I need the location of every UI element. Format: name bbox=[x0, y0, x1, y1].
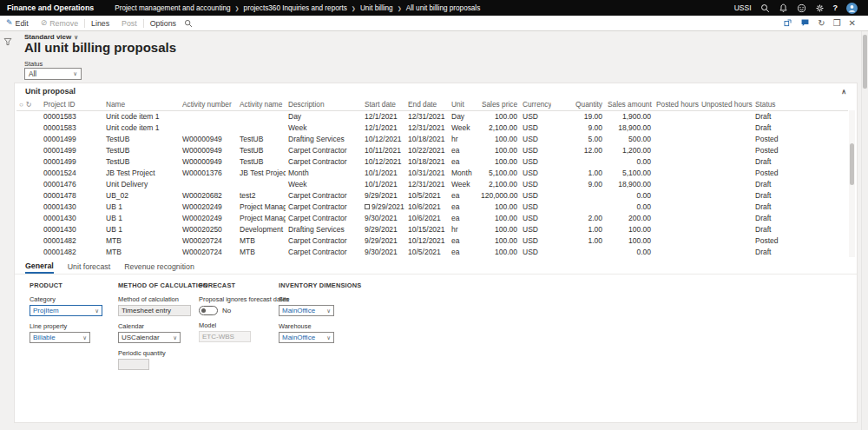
settings-gear-icon[interactable] bbox=[815, 3, 825, 13]
edit-button[interactable]: ✎ Edit bbox=[0, 16, 35, 30]
table-row[interactable]: 00001476Unit DeliveryWeek10/1/202112/31/… bbox=[16, 178, 848, 189]
column-header[interactable]: Sales amount bbox=[605, 99, 654, 110]
column-header[interactable]: Description bbox=[286, 99, 362, 110]
periodic-quantity-field[interactable] bbox=[118, 359, 149, 370]
close-icon[interactable]: ✕ bbox=[849, 19, 856, 28]
row-select[interactable] bbox=[16, 144, 41, 155]
table-row[interactable]: 00001499TestUBW00000949TestUBCarpet Cont… bbox=[16, 144, 848, 155]
refresh-grid-icon[interactable]: ↻ bbox=[26, 101, 32, 109]
table-row[interactable]: 00001583Unit code item 1Day12/1/202112/3… bbox=[16, 110, 848, 122]
remove-button[interactable]: ⊘ Remove bbox=[35, 16, 84, 30]
share-icon[interactable] bbox=[783, 18, 792, 28]
row-select[interactable] bbox=[16, 167, 41, 178]
row-select[interactable] bbox=[16, 212, 41, 223]
column-header[interactable]: Start date bbox=[362, 99, 405, 110]
app-title[interactable]: Finance and Operations bbox=[0, 3, 102, 12]
warehouse-dropdown[interactable]: MainOffice ∨ bbox=[279, 332, 334, 343]
actionbar-search-icon[interactable] bbox=[184, 19, 193, 28]
line-property-dropdown[interactable]: Billable ∨ bbox=[30, 332, 90, 343]
row-select[interactable] bbox=[16, 246, 41, 257]
filter-funnel-icon[interactable] bbox=[3, 34, 12, 50]
site-dropdown[interactable]: MainOffice ∨ bbox=[279, 305, 334, 316]
column-header[interactable]: Status bbox=[753, 99, 848, 110]
row-select[interactable] bbox=[16, 122, 41, 133]
breadcrumb-item[interactable]: Unit billing bbox=[360, 4, 393, 12]
options-button[interactable]: Options bbox=[144, 16, 182, 30]
column-header[interactable]: Unit bbox=[449, 99, 478, 110]
page-scrollbar[interactable] bbox=[861, 31, 868, 430]
column-header[interactable]: Project ID bbox=[41, 99, 103, 110]
grid-scrollbar[interactable] bbox=[849, 110, 855, 257]
row-select[interactable] bbox=[16, 189, 41, 201]
proposal-ignores-forecast-dates-toggle[interactable] bbox=[199, 306, 218, 315]
help-icon[interactable]: ? bbox=[833, 3, 838, 12]
lines-button[interactable]: Lines bbox=[85, 16, 115, 30]
table-row[interactable]: 00001482MTBW00020724MTBCarpet Contractor… bbox=[16, 246, 848, 257]
column-header[interactable]: End date bbox=[405, 99, 449, 110]
message-icon[interactable] bbox=[800, 18, 810, 28]
cell-unposted-hours bbox=[699, 155, 753, 167]
post-button[interactable]: Post bbox=[115, 16, 143, 30]
cell-activity-name: TestUB bbox=[237, 133, 286, 144]
column-header[interactable]: Name bbox=[103, 99, 180, 110]
table-row[interactable]: 00001430UB 1W00020249Project Manage...Ca… bbox=[16, 201, 848, 212]
cell-start-date: 10/12/2021 bbox=[362, 155, 405, 167]
tab-revenue-recognition[interactable]: Revenue recognition bbox=[124, 260, 194, 274]
cell-posted-hours bbox=[654, 110, 699, 122]
cell-sales-price: 120,000.00 bbox=[478, 189, 520, 201]
column-header[interactable]: Quantity bbox=[551, 99, 605, 110]
cell-sales-price: 2,100.00 bbox=[478, 122, 520, 133]
table-row[interactable]: 00001499TestUBW00000949TestUBCarpet Cont… bbox=[16, 155, 848, 167]
calendar-dropdown[interactable]: USCalendar ∨ bbox=[118, 332, 181, 343]
cell-sales-amount: 200.00 bbox=[605, 212, 654, 223]
cell-posted-hours bbox=[654, 167, 699, 178]
feedback-smiley-icon[interactable] bbox=[797, 3, 806, 13]
row-select[interactable] bbox=[16, 178, 41, 189]
row-select[interactable] bbox=[16, 201, 41, 212]
breadcrumb-item[interactable]: projects360 Inquiries and reports bbox=[244, 4, 347, 12]
avatar[interactable] bbox=[846, 3, 858, 14]
method-of-calculation-field[interactable]: Timesheet entry bbox=[118, 305, 191, 316]
column-header[interactable]: Unposted hours bbox=[699, 99, 753, 110]
column-header[interactable]: Sales price bbox=[478, 99, 520, 110]
collapse-chevron-icon[interactable]: ∧ bbox=[841, 88, 846, 96]
table-row[interactable]: 00001430UB 1W00020249Project Manage...Ca… bbox=[16, 212, 848, 223]
table-row[interactable]: 00001430UB 1W00020250DevelopmentDrafting… bbox=[16, 223, 848, 235]
table-row[interactable]: 00001524JB Test ProjectW00001376JB Test … bbox=[16, 167, 848, 178]
breadcrumb-item[interactable]: All unit billing proposals bbox=[406, 4, 481, 12]
page-scrollbar-thumb[interactable] bbox=[863, 35, 867, 89]
select-all-icon[interactable]: ○ bbox=[19, 101, 23, 109]
column-header[interactable]: Posted hours bbox=[654, 99, 699, 110]
table-row[interactable]: 00001482MTBW00020724MTBCarpet Contractor… bbox=[16, 235, 848, 246]
table-row[interactable]: 00001499TestUBW00000949TestUBDrafting Se… bbox=[16, 133, 848, 144]
section-header[interactable]: Unit proposal ∧ bbox=[15, 83, 857, 99]
grid-scrollbar-thumb[interactable] bbox=[850, 143, 854, 185]
row-select[interactable] bbox=[16, 133, 41, 144]
row-select[interactable] bbox=[16, 110, 41, 122]
table-row[interactable]: 00001478UB_02W00020682test2Carpet Contra… bbox=[16, 189, 848, 201]
column-header[interactable]: Currency bbox=[520, 99, 551, 110]
status-filter-dropdown[interactable]: All ∨ bbox=[24, 68, 82, 80]
cell-unposted-hours bbox=[699, 110, 753, 122]
table-row[interactable]: 00001583Unit code item 1Week12/1/202112/… bbox=[16, 122, 848, 133]
select-all-header[interactable]: ○↻ bbox=[16, 99, 41, 110]
breadcrumb-item[interactable]: Project management and accounting bbox=[115, 4, 230, 12]
company-picker[interactable]: USSI bbox=[734, 3, 752, 12]
row-select[interactable] bbox=[16, 223, 41, 235]
refresh-icon[interactable]: ↻ bbox=[818, 19, 825, 28]
popout-icon[interactable]: ❐ bbox=[833, 19, 841, 28]
bell-icon[interactable] bbox=[779, 3, 788, 13]
row-select[interactable] bbox=[16, 155, 41, 167]
category-dropdown[interactable]: ProjItem ∨ bbox=[30, 305, 102, 316]
tab-unit-forecast[interactable]: Unit forecast bbox=[68, 260, 110, 274]
cell-unit: ea bbox=[449, 201, 478, 212]
row-select[interactable] bbox=[16, 235, 41, 246]
search-icon[interactable] bbox=[760, 3, 770, 13]
tab-general[interactable]: General bbox=[25, 260, 54, 274]
cell-sales-price: 100.00 bbox=[478, 223, 520, 235]
column-header[interactable]: Activity name bbox=[237, 99, 286, 110]
column-header[interactable]: Activity number bbox=[180, 99, 237, 110]
topbar-right-cluster: USSI ? bbox=[734, 3, 868, 14]
unit-proposal-grid: ○↻ Project ID Name Activity number Activ… bbox=[16, 99, 848, 257]
periodic-quantity-label: Periodic quantity bbox=[118, 349, 196, 357]
